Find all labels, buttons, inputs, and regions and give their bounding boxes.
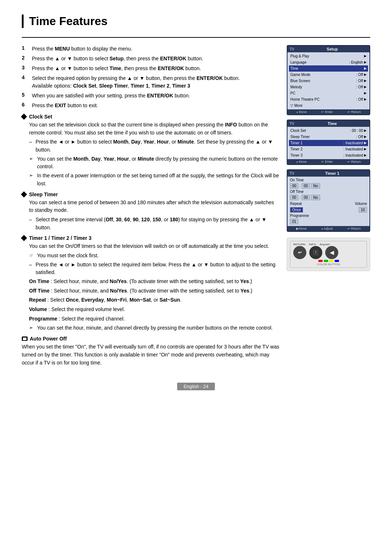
auto-power-label: Auto Power Off (30, 336, 67, 342)
step-2: 2 Press the ▲ or ▼ button to select Setu… (22, 55, 279, 63)
timer-volume: Volume : Select the required volume leve… (29, 306, 279, 314)
clock-set-arrow2: ➢ In the event of a power interruption o… (29, 172, 279, 188)
timer1-tv-label: TV (290, 172, 294, 176)
auto-power-section: Auto Power Off When you set the timer "O… (22, 336, 279, 367)
step-text-4: Select the required option by pressing t… (32, 74, 240, 90)
clock-set-p1: You can set the television clock so that… (29, 121, 279, 137)
clock-set-label: Clock Set (29, 114, 52, 120)
volume-label: Volume (355, 202, 367, 206)
time-row-clock: Clock Set : 00 : 00 ▶ (289, 128, 368, 134)
return-button[interactable]: ↩ (293, 246, 306, 259)
step-6: 6 Press the EXIT button to exit. (22, 102, 279, 109)
anynet-label: Anynet+ (319, 243, 330, 246)
step-text-5: When you are satisfied with your setting… (32, 92, 190, 100)
clock-set-arrow1: ➢ You can set the Month, Day, Year, Hour… (29, 155, 279, 171)
timer-title: Timer 1 / Timer 2 / Timer 3 (22, 235, 279, 241)
remote-panel: RETURN INFO Anynet+ ↩ (287, 238, 370, 271)
step-num-6: 6 (22, 102, 29, 108)
repeat-label: Repeat (290, 202, 302, 206)
timer1-panel: TV Timer 1 On Time 00 : 00 No Off Time 0… (287, 169, 370, 232)
sleep-timer-p1: You can select a time period of between … (29, 199, 279, 214)
info-label: INFO (309, 243, 316, 246)
time-row-timer1: Timer 1 : Inactivated ▶ (289, 140, 368, 146)
repeat-volume-row: Repeat Volume (289, 201, 368, 206)
diamond-icon (21, 114, 27, 120)
clock-set-bullet1: – Press the ◄ or ► button to select Mont… (29, 138, 279, 154)
red-dot (318, 260, 323, 262)
time-tv-label: TV (290, 122, 294, 126)
timer-note1: ☞ You must set the clock first. (29, 252, 279, 260)
repeat-value: Once (290, 207, 303, 213)
time-panel: TV Time Clock Set : 00 : 00 ▶ Sleep Time… (287, 120, 370, 165)
auto-power-title: Auto Power Off (22, 336, 279, 342)
footer-bar: English - 24 (22, 381, 370, 392)
auto-power-body: When you set the timer "On", the TV will… (22, 343, 279, 367)
footer-badge: English - 24 (177, 383, 215, 390)
setup-menu-title: Setup (297, 47, 367, 51)
repeat-value-row: Once 10 (289, 206, 368, 213)
step-num-3: 3 (22, 65, 29, 70)
on-time-values: 00 : 00 No (289, 182, 368, 189)
off-time-yn: No (311, 195, 320, 200)
timer1-menu-body: On Time 00 : 00 No Off Time 00 : 00 No (287, 177, 369, 226)
sleep-timer-label: Sleep Timer (29, 192, 58, 197)
step-text-1: Press the MENU button to display the men… (32, 45, 132, 53)
page-title: Time Features (29, 15, 370, 28)
setup-menu-body: Plug & Play ▶ Language : English ▶ Time … (287, 52, 369, 109)
time-menu-title: Time (297, 121, 367, 126)
setup-panel: TV Setup Plug & Play ▶ Language : Englis… (287, 45, 370, 115)
programme-value: 01 (290, 219, 298, 224)
steps-list: 1 Press the MENU button to display the m… (22, 45, 279, 109)
clock-set-body: You can set the television clock so that… (29, 121, 279, 188)
on-time-yn: No (311, 183, 320, 189)
anynet-button[interactable]: ◀ (325, 246, 338, 259)
time-row-timer2: Timer 2 : Inactivated ▶ (289, 146, 368, 152)
title-bar: Time Features (22, 15, 370, 28)
sleep-timer-bullet1: – Select the preset time interval (Off, … (29, 216, 279, 231)
step-text-6: Press the EXIT button to exit. (32, 102, 98, 109)
left-content: 1 Press the MENU button to display the m… (22, 45, 279, 370)
page: Time Features 1 Press the MENU button to… (0, 0, 392, 414)
programme-label: Programme (289, 213, 368, 218)
right-panels: TV Setup Plug & Play ▶ Language : Englis… (287, 45, 370, 370)
timer-bullet1: – Press the ◄ or ► button to select the … (29, 261, 279, 277)
setup-row-htpc: Home Theatre PC : Off ▶ (289, 96, 368, 102)
sleep-timer-title: Sleep Timer (22, 192, 279, 197)
clock-set-title: Clock Set (22, 114, 279, 120)
timer-body: You can set the On/Off timers so that th… (29, 242, 279, 332)
volume-value: 10 (359, 207, 367, 213)
remote-buttons-row: ↩ (293, 246, 364, 259)
step-num-1: 1 (22, 45, 29, 51)
off-time-m: 00 (302, 195, 310, 200)
diamond-icon-2 (21, 191, 27, 197)
divider (22, 37, 370, 38)
setup-tv-label: TV (290, 47, 294, 51)
setup-row-game: Game Mode : Off ▶ (289, 72, 368, 78)
timer-programme: Programme : Select the required channel. (29, 315, 279, 323)
setup-row-melody: Melody : Off ▶ (289, 84, 368, 90)
step-4: 4 Select the required option by pressing… (22, 74, 279, 90)
setup-footer: ⬧ Move ↵ Enter ↩ Return (287, 109, 369, 114)
step-3: 3 Press the ▲ or ▼ button to select Time… (22, 65, 279, 72)
timer-p1: You can set the On/Off timers so that th… (29, 242, 279, 250)
step-num-5: 5 (22, 92, 29, 98)
setup-panel-header: TV Setup (287, 46, 369, 52)
step-num-2: 2 (22, 55, 29, 61)
svg-rect-3 (315, 253, 317, 254)
timer1-footer: ▶Move ⬧ Adjust ↩ Return (287, 226, 369, 231)
on-time-m: 00 (302, 183, 310, 189)
tape-icon (22, 337, 28, 341)
remote-top-labels: RETURN INFO Anynet+ (293, 243, 364, 246)
on-time-h: 00 (290, 183, 298, 189)
timer-repeat: Repeat : Select Once, Everyday, Mon~Fri,… (29, 296, 279, 304)
setup-row-lang: Language : English ▶ (289, 59, 368, 65)
blue-dot (335, 260, 339, 262)
svg-rect-2 (315, 251, 317, 252)
diamond-icon-3 (21, 235, 27, 241)
return-label: RETURN (293, 243, 305, 246)
time-menu-body: Clock Set : 00 : 00 ▶ Sleep Timer : Off … (287, 127, 369, 159)
timer-off-time: Off Time : Select hour, minute, and No/Y… (29, 287, 279, 295)
remote-dashed-box: RETURN INFO Anynet+ ↩ (290, 241, 367, 268)
info-button[interactable] (309, 246, 322, 259)
time-panel-header: TV Time (287, 120, 369, 127)
